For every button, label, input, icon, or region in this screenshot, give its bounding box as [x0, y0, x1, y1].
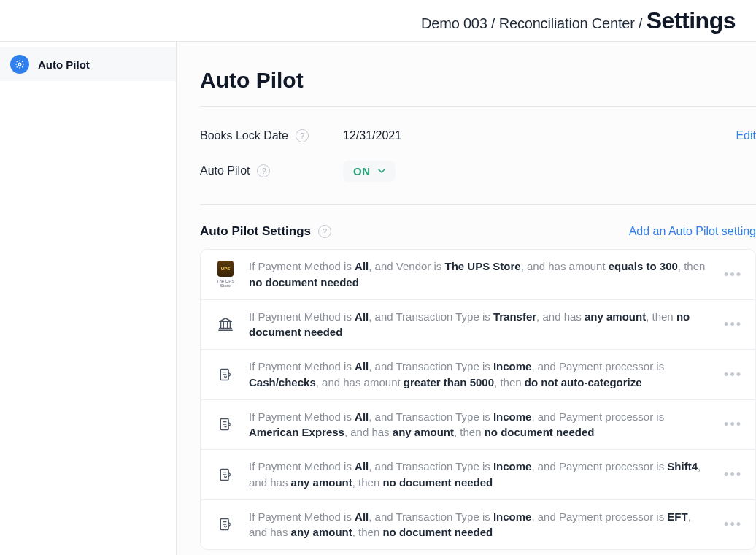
receipt-icon — [215, 414, 236, 435]
rule-description: If Payment Method is All, and Transactio… — [249, 309, 741, 341]
ups-icon: The UPS Store — [215, 264, 236, 285]
edit-button[interactable]: Edit — [736, 129, 756, 142]
rule-description: If Payment Method is All, and Transactio… — [249, 409, 741, 441]
sidebar-item-auto-pilot[interactable]: Auto Pilot — [0, 47, 176, 81]
breadcrumb-account[interactable]: Demo 003 — [421, 15, 487, 31]
more-actions-button[interactable]: ••• — [721, 264, 745, 285]
help-icon[interactable]: ? — [296, 129, 309, 142]
auto-pilot-dropdown-value: ON — [353, 165, 371, 177]
books-lock-date-value: 12/31/2021 — [343, 129, 401, 142]
books-lock-date-label: Books Lock Date — [200, 129, 288, 142]
add-auto-pilot-setting-button[interactable]: Add an Auto Pilot setting — [629, 225, 756, 238]
gear-icon — [10, 55, 29, 74]
svg-point-0 — [18, 63, 21, 66]
bank-icon — [215, 314, 236, 334]
more-actions-button[interactable]: ••• — [721, 314, 745, 335]
rule-description: If Payment Method is All, and Transactio… — [249, 359, 741, 391]
rule-row[interactable]: If Payment Method is All, and Transactio… — [201, 500, 755, 550]
chevron-down-icon — [378, 169, 385, 173]
rule-row[interactable]: If Payment Method is All, and Transactio… — [201, 450, 755, 500]
top-bar: Demo 003 / Reconciliation Center / Setti… — [0, 0, 756, 42]
rule-row[interactable]: The UPS StoreIf Payment Method is All, a… — [201, 250, 755, 300]
breadcrumb-page: Settings — [647, 7, 736, 34]
books-lock-date-row: Books Lock Date ? 12/31/2021 Edit — [200, 121, 756, 150]
auto-pilot-label: Auto Pilot — [200, 164, 250, 177]
auto-pilot-dropdown[interactable]: ON — [343, 161, 396, 182]
main-content: Auto Pilot Books Lock Date ? 12/31/2021 … — [177, 42, 756, 555]
page-title: Auto Pilot — [200, 68, 756, 107]
more-actions-button[interactable]: ••• — [721, 414, 745, 435]
more-actions-button[interactable]: ••• — [721, 514, 745, 535]
rules-list: The UPS StoreIf Payment Method is All, a… — [200, 249, 756, 550]
auto-pilot-settings-header: Auto Pilot Settings ? Add an Auto Pilot … — [200, 205, 756, 249]
breadcrumb-section[interactable]: Reconciliation Center — [499, 15, 635, 31]
general-settings: Books Lock Date ? 12/31/2021 Edit Auto P… — [200, 107, 756, 205]
rule-description: If Payment Method is All, and Transactio… — [249, 509, 741, 541]
svg-marker-1 — [220, 318, 232, 322]
rule-row[interactable]: If Payment Method is All, and Transactio… — [201, 300, 755, 351]
help-icon[interactable]: ? — [257, 164, 270, 177]
auto-pilot-settings-title: Auto Pilot Settings — [200, 224, 311, 239]
auto-pilot-toggle-row: Auto Pilot ? ON — [200, 156, 756, 185]
rule-row[interactable]: If Payment Method is All, and Transactio… — [201, 350, 755, 400]
breadcrumb: Demo 003 / Reconciliation Center / Setti… — [421, 7, 736, 34]
more-actions-button[interactable]: ••• — [721, 464, 745, 485]
help-icon[interactable]: ? — [318, 225, 331, 238]
receipt-icon — [215, 464, 236, 485]
sidebar-item-label: Auto Pilot — [38, 58, 90, 71]
sidebar: Auto Pilot — [0, 42, 177, 555]
rule-description: If Payment Method is All, and Transactio… — [249, 459, 741, 491]
receipt-icon — [215, 514, 236, 535]
rule-description: If Payment Method is All, and Vendor is … — [249, 259, 741, 291]
rule-row[interactable]: If Payment Method is All, and Transactio… — [201, 400, 755, 451]
more-actions-button[interactable]: ••• — [721, 364, 745, 385]
receipt-icon — [215, 364, 236, 385]
